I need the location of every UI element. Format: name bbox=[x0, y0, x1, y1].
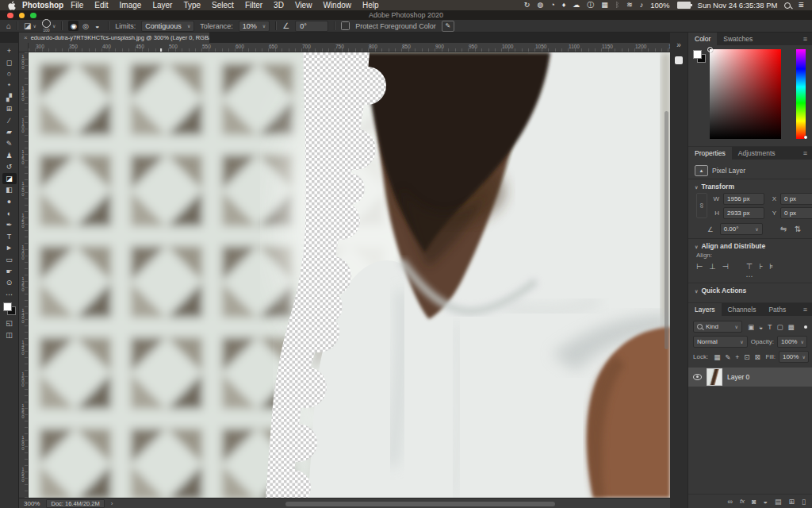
zoom-window-button[interactable] bbox=[30, 13, 36, 19]
pen-pressure-button[interactable]: ✎ bbox=[442, 21, 454, 32]
clone-stamp-tool[interactable]: ♟ bbox=[2, 149, 17, 161]
tab-color[interactable]: Color bbox=[688, 33, 717, 45]
quick-actions-header[interactable]: ∨ Quick Actions bbox=[695, 287, 806, 294]
home-icon[interactable]: ⌂ bbox=[6, 21, 11, 30]
limits-select[interactable]: Contiguous ∨ bbox=[141, 21, 194, 32]
align-center-h-icon[interactable]: ⊥ bbox=[709, 262, 715, 271]
y-field[interactable]: 0 px bbox=[780, 207, 812, 219]
layer-effects-icon[interactable]: fx bbox=[740, 498, 745, 505]
foreground-color-swatch[interactable] bbox=[3, 302, 12, 311]
ruler-corner[interactable] bbox=[19, 43, 29, 52]
menu-filter[interactable]: Filter bbox=[245, 1, 262, 10]
fill-select[interactable]: 100% ∨ bbox=[779, 351, 809, 363]
filter-shape-icon[interactable]: ▢ bbox=[776, 323, 783, 331]
new-layer-icon[interactable]: ⊞ bbox=[789, 498, 795, 506]
path-selection-tool[interactable]: ► bbox=[2, 242, 17, 254]
flip-vertical-icon[interactable]: ⇅ bbox=[795, 225, 801, 233]
menu-help[interactable]: Help bbox=[362, 1, 379, 10]
flip-horizontal-icon[interactable]: ⇋ bbox=[780, 225, 787, 233]
panel-menu-icon[interactable]: ≡ bbox=[803, 33, 812, 45]
foreground-background-swatches[interactable] bbox=[3, 302, 16, 315]
width-field[interactable]: 1956 px bbox=[723, 193, 764, 205]
foreground-color-swatch[interactable] bbox=[693, 50, 702, 59]
tab-properties[interactable]: Properties bbox=[688, 147, 732, 160]
menu-file[interactable]: File bbox=[71, 1, 83, 10]
horizontal-scrollbar[interactable] bbox=[285, 502, 555, 506]
layer-row-selected[interactable]: Layer 0 bbox=[688, 368, 812, 387]
info-icon[interactable]: ⓘ bbox=[587, 0, 594, 10]
marquee-tool[interactable]: ◻ bbox=[2, 57, 17, 69]
zoom-tool[interactable]: ⊙ bbox=[2, 277, 17, 289]
saturation-brightness-field[interactable] bbox=[710, 49, 781, 139]
collapse-panels-icon[interactable]: » bbox=[676, 42, 681, 48]
layer-group-icon[interactable]: ▤ bbox=[775, 498, 782, 506]
frame-tool[interactable]: ⊞ bbox=[2, 103, 17, 115]
layer-thumbnail[interactable] bbox=[707, 368, 722, 386]
apple-logo-icon[interactable] bbox=[8, 1, 16, 10]
tab-swatches[interactable]: Swatches bbox=[717, 33, 759, 45]
adjustment-layer-icon[interactable]: ◒ bbox=[764, 498, 768, 506]
tool-preset-picker[interactable]: ◪ ∨ bbox=[24, 21, 36, 30]
hue-slider[interactable] bbox=[796, 49, 806, 139]
x-field[interactable]: 0 px bbox=[780, 193, 812, 205]
align-left-icon[interactable]: ⊢ bbox=[696, 262, 703, 271]
sync-icon[interactable]: ↻ bbox=[524, 0, 530, 10]
height-field[interactable]: 2933 px bbox=[723, 207, 764, 219]
document-canvas[interactable] bbox=[29, 52, 670, 498]
volume-icon[interactable]: ♪ bbox=[640, 0, 644, 10]
package-icon[interactable]: ▦ bbox=[601, 0, 608, 10]
shape-tool[interactable]: ▭ bbox=[2, 254, 17, 266]
quick-mask-icon[interactable]: ◱ bbox=[2, 318, 17, 329]
gradient-tool[interactable]: ◧ bbox=[2, 184, 17, 196]
align-right-icon[interactable]: ⊣ bbox=[722, 262, 729, 271]
screen-mode-icon[interactable]: ◫ bbox=[2, 329, 17, 341]
filter-pixel-icon[interactable]: ▣ bbox=[748, 323, 754, 331]
menu-edit[interactable]: Edit bbox=[94, 1, 108, 10]
edit-toolbar-icon[interactable]: ⋯ bbox=[2, 288, 17, 300]
filter-type-icon[interactable]: T bbox=[768, 323, 772, 331]
control-center-icon[interactable]: ≣ bbox=[798, 0, 804, 10]
status-flyout-icon[interactable]: › bbox=[111, 500, 113, 507]
color-swatch-pair[interactable] bbox=[693, 50, 706, 63]
battery-icon[interactable] bbox=[677, 2, 691, 9]
wifi-icon[interactable]: ≋ bbox=[626, 0, 633, 10]
lock-position-icon[interactable]: + bbox=[735, 353, 739, 361]
lock-transparency-icon[interactable]: ▦ bbox=[714, 353, 720, 361]
move-tool[interactable]: + bbox=[2, 45, 17, 57]
blur-tool[interactable]: ● bbox=[2, 196, 17, 208]
doc-size-indicator[interactable]: Doc: 16.4M/20.2M bbox=[46, 499, 104, 508]
filter-toggle-icon[interactable] bbox=[804, 325, 807, 329]
menu-layer[interactable]: Layer bbox=[152, 1, 172, 10]
rotation-select[interactable]: 0.00° ∨ bbox=[720, 223, 763, 235]
tab-layers[interactable]: Layers bbox=[688, 303, 722, 316]
layer-visibility-icon[interactable] bbox=[693, 374, 702, 380]
lock-artboard-icon[interactable]: ⊡ bbox=[744, 353, 749, 361]
tab-paths[interactable]: Paths bbox=[762, 303, 792, 316]
crop-tool[interactable]: ▞ bbox=[2, 91, 17, 103]
camera-icon[interactable]: ◍ bbox=[537, 0, 543, 10]
menu-type[interactable]: Type bbox=[183, 1, 201, 10]
menu-image[interactable]: Image bbox=[120, 1, 142, 10]
tab-channels[interactable]: Channels bbox=[722, 303, 763, 316]
protect-foreground-checkbox[interactable] bbox=[341, 21, 350, 30]
dodge-tool[interactable]: ◐ bbox=[2, 207, 17, 219]
lasso-tool[interactable]: ○ bbox=[2, 68, 17, 80]
menu-window[interactable]: Window bbox=[323, 1, 351, 10]
filter-smart-object-icon[interactable]: ▩ bbox=[787, 323, 794, 331]
menu-3d[interactable]: 3D bbox=[274, 1, 284, 10]
zoom-level[interactable]: 300% bbox=[24, 500, 40, 507]
menubar-clock[interactable]: Sun Nov 24 6:35:38 PM bbox=[698, 1, 778, 10]
eraser-tool[interactable]: ◪ bbox=[2, 173, 17, 185]
healing-brush-tool[interactable]: ▰ bbox=[2, 126, 17, 138]
vertical-ruler[interactable]: 1000105011001150120012501300135014001450… bbox=[19, 52, 29, 498]
panel-menu-icon[interactable]: ≡ bbox=[803, 303, 812, 316]
lock-pixels-icon[interactable]: ✎ bbox=[725, 353, 730, 361]
align-top-icon[interactable]: ⊤ bbox=[746, 262, 753, 271]
sampling-once-icon[interactable]: ◎ bbox=[80, 21, 90, 31]
tolerance-select[interactable]: 10% ∨ bbox=[239, 21, 270, 32]
close-window-button[interactable] bbox=[7, 13, 13, 19]
opacity-select[interactable]: 100% ∨ bbox=[777, 336, 807, 348]
align-more-button[interactable]: ⋯ bbox=[695, 272, 806, 280]
minimize-window-button[interactable] bbox=[19, 13, 25, 19]
hand-tool[interactable]: ☛ bbox=[2, 265, 17, 277]
